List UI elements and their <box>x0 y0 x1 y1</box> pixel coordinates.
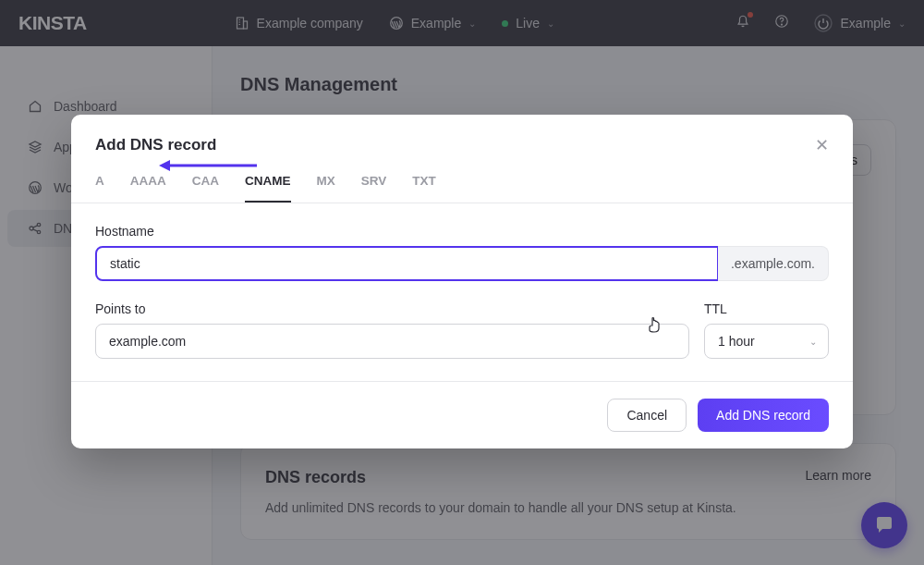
tab-caa[interactable]: CAA <box>192 174 219 203</box>
cancel-button[interactable]: Cancel <box>607 399 687 432</box>
points-to-label: Points to <box>95 301 689 316</box>
modal-title: Add DNS record <box>95 136 216 154</box>
record-type-tabs: A AAAA CAA CNAME MX SRV TXT <box>71 165 853 203</box>
tab-txt[interactable]: TXT <box>412 174 436 203</box>
hostname-label: Hostname <box>95 224 829 239</box>
tab-cname[interactable]: CNAME <box>245 174 291 203</box>
tab-srv[interactable]: SRV <box>361 174 387 203</box>
tab-aaaa[interactable]: AAAA <box>130 174 166 203</box>
hostname-input[interactable] <box>95 246 719 281</box>
close-button[interactable]: ✕ <box>815 135 829 155</box>
ttl-select[interactable]: 1 hour ⌄ <box>704 324 829 359</box>
chevron-down-icon: ⌄ <box>809 337 817 347</box>
add-dns-record-modal: Add DNS record ✕ A AAAA CAA CNAME MX SRV… <box>71 115 853 448</box>
points-to-input[interactable] <box>95 324 689 359</box>
close-icon: ✕ <box>815 136 829 154</box>
hostname-suffix: .example.com. <box>718 246 829 281</box>
ttl-label: TTL <box>704 301 829 316</box>
tab-a[interactable]: A <box>95 174 104 203</box>
modal-overlay: Add DNS record ✕ A AAAA CAA CNAME MX SRV… <box>0 0 924 565</box>
ttl-value: 1 hour <box>718 334 755 349</box>
tab-mx[interactable]: MX <box>317 174 335 203</box>
add-dns-record-button[interactable]: Add DNS record <box>698 399 829 432</box>
